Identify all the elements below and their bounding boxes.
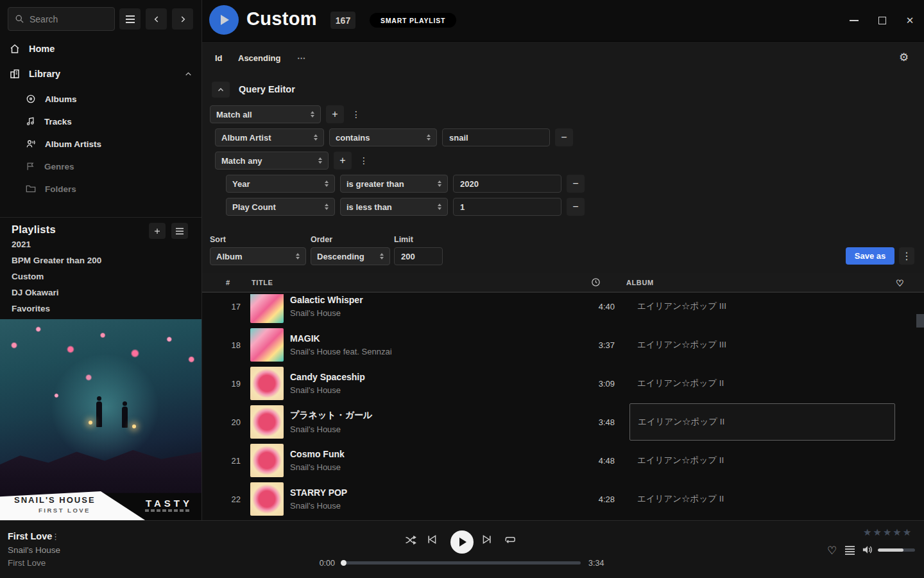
rule-field-select[interactable]: Album Artist bbox=[215, 128, 324, 146]
window-close-button[interactable]: ✕ bbox=[901, 14, 919, 27]
track-row[interactable]: 19Candy SpaceshipSnail's House3:09エイリアン☆… bbox=[202, 364, 924, 403]
track-artist[interactable]: Snail's House bbox=[290, 425, 547, 434]
rule-operator-select[interactable]: contains bbox=[329, 128, 437, 146]
kebab-menu-icon[interactable]: ⋮ bbox=[357, 152, 371, 170]
album-art-thumbnail[interactable] bbox=[250, 367, 284, 400]
kebab-menu-icon[interactable]: ⋮ bbox=[899, 247, 914, 265]
match-type-select[interactable]: Match any bbox=[215, 152, 329, 170]
queue-icon[interactable] bbox=[845, 546, 855, 555]
rule-field-select[interactable]: Year bbox=[226, 175, 335, 193]
kebab-menu-icon[interactable]: ⋮ bbox=[51, 532, 60, 541]
track-title[interactable]: Cosmo Funk bbox=[290, 449, 547, 459]
track-title[interactable]: プラネット・ガール bbox=[290, 410, 547, 421]
playlist-item[interactable]: 2021 bbox=[12, 240, 31, 251]
window-maximize-button[interactable] bbox=[873, 14, 891, 27]
column-header-title[interactable]: TITLE bbox=[252, 279, 273, 286]
search-input[interactable] bbox=[30, 14, 108, 24]
track-title[interactable]: Candy Spaceship bbox=[290, 372, 547, 382]
star-icon[interactable]: ★ bbox=[893, 527, 901, 538]
sidebar-item-albums[interactable]: Albums bbox=[26, 91, 77, 107]
seek-handle[interactable] bbox=[341, 560, 346, 566]
match-type-select[interactable]: Match all bbox=[210, 105, 321, 123]
favorite-heart-icon[interactable]: ♡ bbox=[827, 544, 837, 557]
remove-rule-button[interactable]: − bbox=[555, 128, 573, 146]
play-pause-button[interactable] bbox=[450, 530, 474, 554]
volume-speaker-icon[interactable] bbox=[862, 545, 873, 557]
track-artist[interactable]: Snail's House feat. Sennzai bbox=[290, 347, 547, 356]
rule-operator-select[interactable]: is less than bbox=[340, 198, 448, 216]
volume-slider[interactable] bbox=[878, 548, 915, 552]
sidebar-item-album-artists[interactable]: Album Artists bbox=[26, 136, 101, 152]
track-album[interactable]: エイリアン☆ポップ III bbox=[629, 294, 895, 325]
album-art-thumbnail[interactable] bbox=[250, 294, 284, 323]
sidebar-item-tracks[interactable]: Tracks bbox=[26, 114, 72, 129]
playlist-list-button[interactable] bbox=[171, 223, 188, 239]
track-artist[interactable]: Snail's House bbox=[290, 385, 547, 395]
rating-stars[interactable]: ★★★★★ bbox=[863, 527, 911, 538]
track-album[interactable]: エイリアン☆ポップ III bbox=[629, 326, 895, 363]
window-minimize-button[interactable] bbox=[845, 14, 863, 27]
add-rule-button[interactable]: + bbox=[334, 152, 352, 170]
gear-icon[interactable]: ⚙ bbox=[899, 51, 909, 64]
sort-select[interactable]: Album bbox=[210, 247, 306, 265]
rule-value-input[interactable] bbox=[453, 175, 561, 193]
remove-rule-button[interactable]: − bbox=[567, 198, 585, 216]
playlist-item[interactable]: BPM Greater than 200 bbox=[12, 256, 101, 267]
sidebar-item-genres[interactable]: Genres bbox=[26, 159, 74, 174]
menu-button[interactable] bbox=[119, 8, 141, 30]
search-box[interactable] bbox=[8, 7, 115, 31]
sort-order-button[interactable]: Ascending bbox=[238, 53, 280, 63]
next-track-button[interactable] bbox=[482, 534, 492, 545]
track-artist[interactable]: Snail's House bbox=[290, 462, 547, 472]
chevron-up-icon[interactable] bbox=[184, 70, 193, 78]
query-editor-collapse-button[interactable] bbox=[212, 82, 230, 98]
sort-field-button[interactable]: Id bbox=[215, 53, 223, 63]
track-album[interactable]: エイリアン☆ポップ II bbox=[629, 480, 895, 518]
track-row[interactable]: 18MAGIKSnail's House feat. Sennzai3:37エイ… bbox=[202, 326, 924, 364]
track-row[interactable]: 20プラネット・ガールSnail's House3:48エイリアン☆ポップ II bbox=[202, 403, 924, 441]
album-art-thumbnail[interactable] bbox=[250, 444, 284, 477]
track-artist[interactable]: Snail's House bbox=[290, 501, 547, 511]
now-playing-album-art[interactable]: SNAIL'S HOUSE FIRST LOVE TASTY bbox=[0, 319, 201, 520]
order-select[interactable]: Descending bbox=[311, 247, 390, 265]
album-art-thumbnail[interactable] bbox=[250, 405, 284, 439]
playlist-item[interactable]: Favorites bbox=[12, 304, 50, 315]
sidebar-item-library[interactable]: Library bbox=[0, 66, 201, 82]
column-header-index[interactable]: # bbox=[226, 279, 230, 286]
track-album[interactable]: エイリアン☆ポップ II bbox=[629, 365, 895, 402]
rule-value-input[interactable] bbox=[453, 198, 561, 216]
more-options-button[interactable]: ⋯ bbox=[297, 53, 305, 63]
seek-bar[interactable] bbox=[343, 561, 581, 565]
column-header-album[interactable]: ALBUM bbox=[626, 279, 654, 286]
sidebar-item-folders[interactable]: Folders bbox=[26, 181, 76, 197]
kebab-menu-icon[interactable]: ⋮ bbox=[349, 105, 363, 123]
star-icon[interactable]: ★ bbox=[883, 527, 891, 538]
remove-rule-button[interactable]: − bbox=[567, 175, 585, 193]
create-playlist-button[interactable] bbox=[149, 223, 166, 239]
track-album[interactable]: エイリアン☆ポップ II bbox=[629, 403, 895, 441]
star-icon[interactable]: ★ bbox=[903, 527, 911, 538]
heart-icon[interactable]: ♡ bbox=[896, 278, 904, 288]
repeat-button[interactable] bbox=[504, 534, 515, 545]
now-playing-album[interactable]: First Love bbox=[8, 558, 46, 568]
star-icon[interactable]: ★ bbox=[873, 527, 881, 538]
track-artist[interactable]: Snail's House bbox=[290, 308, 547, 318]
play-playlist-button[interactable] bbox=[209, 5, 239, 35]
save-as-button[interactable]: Save as bbox=[846, 247, 894, 265]
add-rule-button[interactable]: + bbox=[326, 105, 344, 123]
rule-operator-select[interactable]: is greater than bbox=[340, 175, 448, 193]
track-row[interactable]: 21Cosmo FunkSnail's House4:48エイリアン☆ポップ I… bbox=[202, 441, 924, 480]
playlist-item[interactable]: DJ Okawari bbox=[12, 288, 59, 299]
rule-field-select[interactable]: Play Count bbox=[226, 198, 335, 216]
sidebar-item-home[interactable]: Home bbox=[0, 40, 201, 57]
track-row[interactable]: 22STARRY POPSnail's House4:28エイリアン☆ポップ I… bbox=[202, 480, 924, 518]
album-art-thumbnail[interactable] bbox=[250, 328, 284, 362]
now-playing-artist[interactable]: Snail's House bbox=[8, 545, 60, 555]
track-title[interactable]: STARRY POP bbox=[290, 487, 547, 498]
limit-input[interactable] bbox=[394, 247, 443, 265]
scrollbar-thumb[interactable] bbox=[916, 314, 924, 328]
track-title[interactable]: MAGIK bbox=[290, 333, 547, 344]
shuffle-button[interactable] bbox=[404, 534, 417, 546]
star-icon[interactable]: ★ bbox=[863, 527, 871, 538]
track-title[interactable]: Galactic Whisper bbox=[290, 295, 547, 305]
